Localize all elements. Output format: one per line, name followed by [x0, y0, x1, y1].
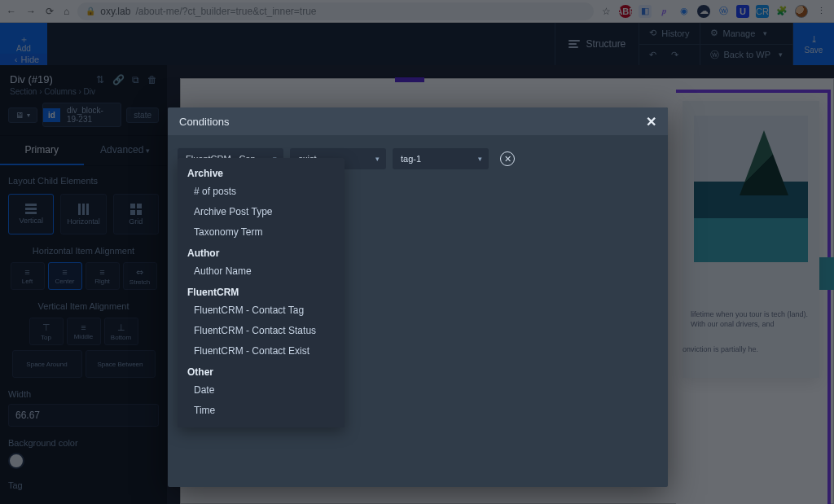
menu-item-time[interactable]: Time: [178, 401, 345, 421]
menu-item-archive-post-type[interactable]: Archive Post Type: [178, 202, 345, 222]
dropdown-value: tag-1: [401, 154, 421, 164]
menu-item-taxonomy-term[interactable]: Taxonomy Term: [178, 222, 345, 243]
modal-title: Conditions: [179, 116, 229, 128]
menu-item-author-name[interactable]: Author Name: [178, 261, 345, 282]
chevron-down-icon: ▾: [375, 155, 380, 163]
condition-type-menu: Archive # of posts Archive Post Type Tax…: [178, 158, 345, 427]
close-icon: ✕: [504, 154, 511, 164]
chevron-down-icon: ▾: [478, 155, 482, 163]
menu-item-fc-status[interactable]: FluentCRM - Contact Status: [178, 321, 345, 341]
menu-item-num-posts[interactable]: # of posts: [178, 182, 345, 202]
menu-group-fluentcrm: FluentCRM: [178, 282, 345, 300]
menu-group-archive: Archive: [178, 163, 345, 182]
conditions-modal: Conditions ✕ FluentCRM - Contact Tag ▾ e…: [168, 107, 668, 487]
menu-item-fc-tag[interactable]: FluentCRM - Contact Tag: [178, 300, 345, 321]
condition-value-dropdown[interactable]: tag-1 ▾: [393, 148, 489, 169]
modal-header: Conditions ✕: [168, 107, 668, 135]
menu-group-author: Author: [178, 243, 345, 261]
menu-item-fc-exist[interactable]: FluentCRM - Contact Exist: [178, 341, 345, 362]
menu-group-other: Other: [178, 362, 345, 380]
remove-condition-button[interactable]: ✕: [500, 151, 515, 166]
close-icon[interactable]: ✕: [646, 114, 656, 129]
menu-item-date[interactable]: Date: [178, 380, 345, 401]
